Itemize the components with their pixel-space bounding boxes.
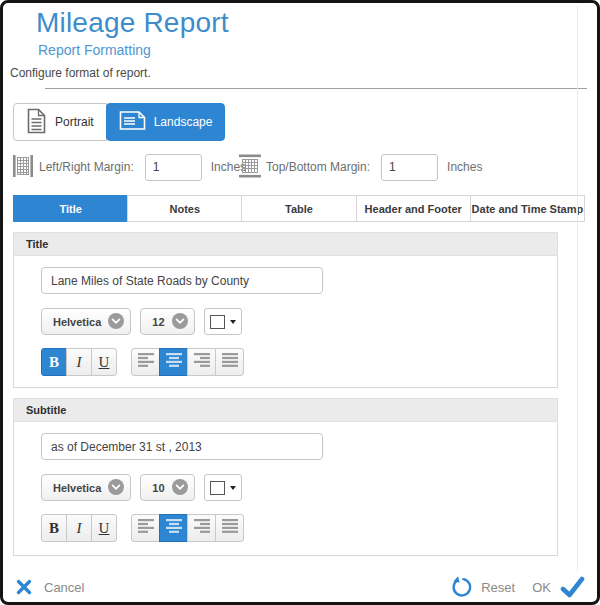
align-left-icon: [138, 353, 154, 371]
align-right-button[interactable]: [187, 514, 216, 542]
underline-button[interactable]: U: [91, 348, 117, 376]
bold-button[interactable]: B: [41, 348, 67, 376]
tab-notes[interactable]: Notes: [127, 195, 242, 222]
content-edge-line: [577, 6, 578, 571]
subtitle-font-family-dropdown[interactable]: Helvetica: [41, 474, 131, 501]
tab-header-and-footer[interactable]: Header and Footer: [356, 195, 471, 222]
report-formatting-dialog: Mileage Report Report Formatting Configu…: [0, 0, 600, 605]
chevron-down-circle-icon: [172, 479, 188, 497]
tab-date-and-time-stamp[interactable]: Date and Time Stamp: [470, 195, 585, 222]
align-center-button[interactable]: [159, 348, 188, 376]
landscape-label: Landscape: [154, 115, 213, 129]
checkmark-icon[interactable]: [560, 576, 585, 598]
title-section: Title Helvetica 12: [13, 232, 558, 388]
grid-side-margins-icon: [12, 153, 34, 182]
subtitle-align-group: [131, 514, 244, 542]
subtitle-section-heading: Subtitle: [13, 398, 558, 422]
tab-table[interactable]: Table: [241, 195, 356, 222]
title-style-group: B I U: [41, 348, 117, 376]
align-center-icon: [166, 353, 182, 371]
title-font-size-value: 12: [152, 316, 164, 328]
color-swatch: [210, 481, 225, 495]
orientation-toggle: Portrait Landscape: [13, 103, 225, 141]
title-section-heading: Title: [13, 232, 558, 256]
align-right-button[interactable]: [187, 348, 216, 376]
align-justify-icon: [222, 353, 238, 371]
subtitle-font-size-dropdown[interactable]: 10: [140, 474, 194, 501]
chevron-down-circle-icon: [108, 479, 124, 497]
title-text-input[interactable]: [41, 267, 323, 294]
subtitle-font-color-picker[interactable]: [204, 474, 242, 501]
underline-button[interactable]: U: [91, 514, 117, 542]
color-swatch: [210, 315, 225, 329]
cancel-label[interactable]: Cancel: [44, 580, 84, 595]
align-center-button[interactable]: [159, 514, 188, 542]
title-font-row: Helvetica 12: [41, 308, 557, 335]
align-center-icon: [166, 519, 182, 537]
portrait-button[interactable]: Portrait: [13, 103, 107, 141]
page-subtitle: Report Formatting: [38, 42, 151, 58]
title-align-group: [131, 348, 244, 376]
tab-title[interactable]: Title: [13, 195, 128, 222]
title-font-family-dropdown[interactable]: Helvetica: [41, 308, 131, 335]
chevron-down-circle-icon: [108, 313, 124, 331]
cancel-action[interactable]: Cancel: [16, 579, 84, 595]
divider: [45, 88, 587, 89]
subtitle-font-family-value: Helvetica: [53, 482, 101, 494]
footer-bar: Cancel Reset OK: [3, 571, 597, 603]
italic-button[interactable]: I: [66, 514, 92, 542]
top-bottom-margin-label: Top/Bottom Margin:: [266, 160, 370, 174]
top-bottom-margin-input[interactable]: [381, 154, 438, 181]
circular-arrow-icon[interactable]: [450, 576, 472, 598]
caret-down-icon: [230, 486, 236, 490]
left-right-margin-label: Left/Right Margin:: [39, 160, 134, 174]
subtitle-section-body: Helvetica 10 B: [13, 422, 558, 556]
subtitle-text-input[interactable]: [41, 433, 323, 460]
reset-label[interactable]: Reset: [481, 580, 515, 595]
align-right-icon: [194, 519, 210, 537]
subtitle-font-row: Helvetica 10: [41, 474, 557, 501]
title-font-family-value: Helvetica: [53, 316, 101, 328]
title-format-row: B I U: [41, 348, 557, 376]
align-left-button[interactable]: [131, 348, 160, 376]
caret-down-icon: [230, 320, 236, 324]
portrait-label: Portrait: [55, 115, 94, 129]
page-description: Configure format of report.: [10, 66, 151, 80]
top-bottom-margin-group: Top/Bottom Margin: Inches: [239, 152, 482, 182]
italic-button[interactable]: I: [66, 348, 92, 376]
align-justify-icon: [222, 519, 238, 537]
subtitle-style-group: B I U: [41, 514, 117, 542]
ok-label[interactable]: OK: [532, 580, 551, 595]
page-title: Mileage Report: [36, 7, 229, 39]
subtitle-format-row: B I U: [41, 514, 557, 542]
landscape-button[interactable]: Landscape: [106, 103, 226, 141]
subtitle-section: Subtitle Helvetica 10: [13, 398, 558, 556]
align-right-icon: [194, 353, 210, 371]
title-section-body: Helvetica 12 B: [13, 256, 558, 388]
chevron-down-circle-icon: [172, 313, 188, 331]
title-font-size-dropdown[interactable]: 12: [140, 308, 194, 335]
bold-button[interactable]: B: [41, 514, 67, 542]
portrait-page-icon: [26, 108, 47, 137]
title-font-color-picker[interactable]: [204, 308, 242, 335]
align-left-icon: [138, 519, 154, 537]
tab-bar: Title Notes Table Header and Footer Date…: [13, 195, 585, 222]
footer-right-actions: Reset OK: [450, 576, 585, 598]
align-left-button[interactable]: [131, 514, 160, 542]
align-justify-button[interactable]: [215, 348, 244, 376]
grid-topbottom-margins-icon: [239, 153, 261, 182]
top-bottom-margin-units: Inches: [447, 160, 482, 174]
landscape-page-icon: [119, 110, 146, 134]
left-right-margin-group: Left/Right Margin: Inches: [12, 152, 246, 182]
subtitle-font-size-value: 10: [152, 482, 164, 494]
align-justify-button[interactable]: [215, 514, 244, 542]
left-right-margin-input[interactable]: [145, 154, 202, 181]
x-icon[interactable]: [16, 579, 32, 595]
